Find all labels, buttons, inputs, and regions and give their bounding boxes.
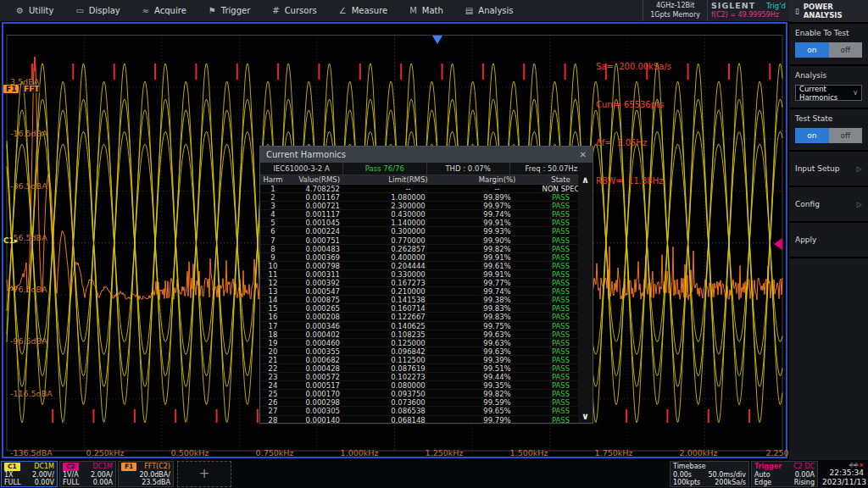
table-row[interactable]: 80.0004830.26285799.82%PASS <box>260 245 593 253</box>
col-harm: Harm <box>260 175 286 184</box>
cell-value: 0.000224 <box>286 227 364 235</box>
table-row[interactable]: 30.0007212.30000099.97%PASS <box>260 202 593 210</box>
x-axis-label: 0.250kHz <box>86 448 125 458</box>
cell-limit: 0.108235 <box>364 330 453 338</box>
cell-harm: 28 <box>260 416 286 424</box>
cell-value: 0.000682 <box>286 356 364 363</box>
x-axis-label: 2.250 <box>765 448 788 458</box>
menu-cursors[interactable]: #Cursors <box>261 0 327 21</box>
cell-value: 0.000346 <box>286 322 364 330</box>
cell-limit: 1.140000 <box>364 219 453 226</box>
trigger-type: Edge <box>754 479 771 487</box>
c2-offset: 0.00A <box>93 479 113 487</box>
table-row[interactable]: 210.0006820.11250099.39%PASS <box>260 356 593 364</box>
table-row[interactable]: 250.0001700.09375099.82%PASS <box>260 390 593 398</box>
submenu-arrow-icon: ▷ <box>857 165 862 173</box>
cell-value: 0.000798 <box>286 262 364 269</box>
table-row[interactable]: 280.0001400.06814899.79%PASS <box>260 416 593 424</box>
table-row[interactable]: 230.0005720.10227399.44%PASS <box>260 373 593 381</box>
table-row[interactable]: 40.0011170.43000099.74%PASS <box>260 210 593 219</box>
input-setup-item[interactable]: Input Setup ▷ <box>789 152 868 187</box>
trigger-frequency-readout: f(C2) = 49.99959Hz <box>711 11 786 19</box>
f1-badge: F1 <box>121 463 136 471</box>
cell-margin: 99.51% <box>453 364 542 372</box>
menu-analysis[interactable]: ▤Analysis <box>454 0 525 21</box>
table-row[interactable]: 70.0007510.77000099.90%PASS <box>260 236 593 245</box>
cell-value: 0.000298 <box>286 398 364 406</box>
dialog-scrollbar[interactable]: ∧ ∨ <box>578 175 593 423</box>
c2-probe: 1V/A <box>63 471 79 480</box>
trigger-descriptor[interactable]: TriggerC2 DC Auto0.00A EdgeRising <box>751 461 818 487</box>
table-row[interactable]: 170.0003460.14062599.75%PASS <box>260 322 593 330</box>
cell-limit: 0.430000 <box>364 210 453 218</box>
table-row[interactable]: 140.0008750.14153899.38%PASS <box>260 296 593 304</box>
cell-value: 0.000311 <box>286 270 364 278</box>
test-state-on-button[interactable]: on <box>795 128 829 143</box>
f1-descriptor[interactable]: F1FFT(C2) 20.0dBA/ 23.5dBA <box>118 461 174 487</box>
f1-offset: 23.5dBA <box>142 479 170 487</box>
enable-off-button[interactable]: off <box>829 42 863 58</box>
measure-icon: ∠ <box>339 6 347 15</box>
cell-harm: 8 <box>260 245 286 252</box>
table-row[interactable]: 110.0003110.33000099.91%PASS <box>260 270 593 279</box>
apply-button[interactable]: Apply <box>789 223 868 258</box>
table-row[interactable]: 190.0004600.12500099.63%PASS <box>260 339 593 347</box>
add-channel-button[interactable]: + <box>177 461 231 487</box>
table-row[interactable]: 220.0004280.08761999.51%PASS <box>260 364 593 373</box>
table-row[interactable]: 20.0011671.08000099.89%PASS <box>260 193 593 202</box>
scroll-down-icon[interactable]: ∨ <box>581 411 589 423</box>
config-item[interactable]: Config ▷ <box>789 187 868 223</box>
menu-display[interactable]: ▭Display <box>64 0 131 21</box>
menu-label: Cursors <box>285 6 317 15</box>
channel2-descriptor[interactable]: C2DC1M 1V/A2.00A/ FULL0.00A <box>59 461 116 487</box>
analysis-icon: ▤ <box>465 6 473 15</box>
table-row[interactable]: 270.0003050.08653899.65%PASS <box>260 407 593 415</box>
table-row[interactable]: 160.0002080.12266799.83%PASS <box>260 313 593 321</box>
cell-limit: -- <box>364 185 453 192</box>
table-row[interactable]: 60.0002240.30000099.93%PASS <box>260 227 593 236</box>
submenu-arrow-icon: ▷ <box>857 201 862 208</box>
cell-harm: 21 <box>260 356 286 363</box>
table-row[interactable]: 130.0005470.21000099.74%PASS <box>260 287 593 296</box>
dialog-title-bar[interactable]: Current Harmonics ✕ <box>260 147 593 163</box>
table-row[interactable]: 50.0010451.14000099.91%PASS <box>260 219 593 227</box>
enable-on-button[interactable]: on <box>795 42 829 58</box>
table-row[interactable]: 200.0003550.09684299.63%PASS <box>260 347 593 356</box>
cell-limit: 0.167273 <box>364 279 453 286</box>
c1-level-marker[interactable]: C1▸ <box>3 236 18 245</box>
table-row[interactable]: 120.0003920.16727399.77%PASS <box>260 279 593 287</box>
test-state-off-button[interactable]: off <box>829 128 863 143</box>
f1-channel-badge[interactable]: F1 <box>3 85 19 93</box>
acquire-icon: ≈ <box>142 6 149 15</box>
menu-label: Analysis <box>478 6 513 15</box>
menu-utility[interactable]: ⚙Utility <box>5 0 64 21</box>
table-row[interactable]: 90.0003690.40000099.91%PASS <box>260 253 593 262</box>
table-row[interactable]: 260.0002980.07360099.59%PASS <box>260 398 593 407</box>
cell-harm: 18 <box>260 330 286 338</box>
test-state-section: Test State on off <box>789 109 868 152</box>
channel1-descriptor[interactable]: C1DC1M 1X2.00V/ FULL0.00V <box>1 461 58 487</box>
menu-math[interactable]: MMath <box>398 0 454 21</box>
c1-coupling: DC1M <box>34 463 54 471</box>
x-axis-label: 1.250kHz <box>426 448 464 458</box>
fft-rbw: RBW= 11.38Hz <box>596 175 671 187</box>
menu-acquire[interactable]: ≈Acquire <box>131 0 198 21</box>
cell-margin: -- <box>453 185 542 192</box>
table-row[interactable]: 180.0004020.10823599.63%PASS <box>260 330 593 339</box>
menu-measure[interactable]: ∠Measure <box>328 0 398 21</box>
table-row[interactable]: 150.0002650.16071499.83%PASS <box>260 304 593 313</box>
display-icon: ▭ <box>75 6 83 15</box>
cell-harm: 19 <box>260 339 286 347</box>
menu-trigger[interactable]: ⚑Trigger <box>198 0 261 21</box>
panel-title: POWER ANALYSIS <box>804 3 868 19</box>
close-icon[interactable]: ✕ <box>580 150 587 159</box>
timebase-descriptor[interactable]: Timebase 0.00s50.0ms/div 100kpts200kSa/s <box>670 461 749 487</box>
cell-margin: 99.65% <box>453 407 542 414</box>
table-row[interactable]: 100.0007980.20444499.61%PASS <box>260 262 593 270</box>
table-row[interactable]: 14.708252----NON SPEC <box>260 185 593 193</box>
table-row[interactable]: 240.0005170.08000099.35%PASS <box>260 381 593 390</box>
analysis-select[interactable]: Current Harmonics ∨ <box>795 85 862 101</box>
col-value: Value(RMS) <box>286 175 364 184</box>
scroll-up-icon[interactable]: ∧ <box>581 175 589 186</box>
config-label: Config <box>795 200 820 208</box>
